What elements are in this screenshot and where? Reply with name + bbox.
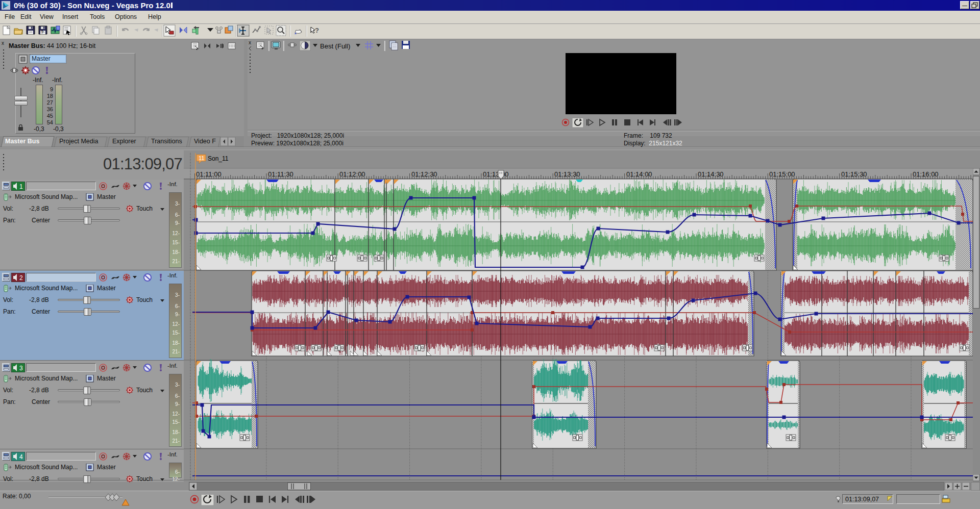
svg-text:01:15:00: 01:15:00 [769, 170, 795, 178]
svg-text:01:12:00: 01:12:00 [339, 170, 365, 178]
svg-text:11: 11 [199, 155, 204, 161]
svg-text:01:14:00: 01:14:00 [626, 170, 652, 178]
svg-text:4: 4 [19, 453, 23, 461]
svg-text:2: 2 [19, 274, 23, 282]
svg-text:01:15:30: 01:15:30 [841, 170, 867, 178]
svg-text:01:13:30: 01:13:30 [554, 170, 580, 178]
svg-text:01:14:30: 01:14:30 [698, 170, 724, 178]
svg-text:01:12:30: 01:12:30 [411, 170, 437, 178]
svg-text:Son_11: Son_11 [208, 155, 229, 162]
svg-text:01:11:30: 01:11:30 [268, 170, 293, 178]
svg-text:1: 1 [19, 183, 23, 190]
svg-text:01:13:00: 01:13:00 [483, 170, 509, 178]
svg-text:3: 3 [19, 365, 23, 372]
svg-text:01:11:00: 01:11:00 [196, 170, 222, 178]
svg-text:01:16:00: 01:16:00 [913, 170, 939, 178]
